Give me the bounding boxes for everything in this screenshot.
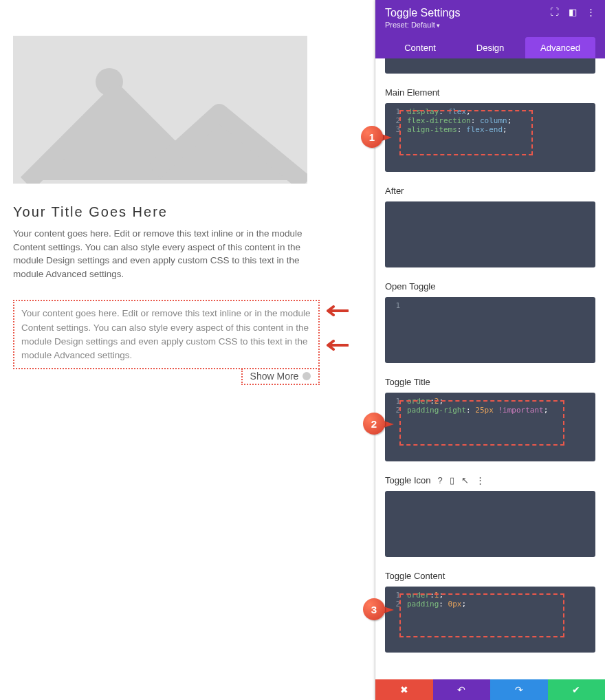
settings-sidebar: Toggle Settings Preset: Default ⛶ ◧ ⋮ Co…	[375, 0, 605, 700]
preview-title: Your Title Goes Here	[13, 204, 318, 220]
footer-buttons: ✖ ↶ ↷ ✔	[375, 679, 605, 700]
cancel-button[interactable]: ✖	[375, 679, 433, 700]
arrow-to-content	[324, 305, 349, 316]
sidebar-title: Toggle Settings	[385, 7, 460, 19]
code-box-prev[interactable]	[385, 58, 595, 74]
callout-3: 3	[363, 598, 397, 620]
code-toggle-icon[interactable]	[385, 491, 595, 557]
preset-dropdown[interactable]: Preset: Default	[385, 21, 460, 29]
code-open-toggle[interactable]: 1	[385, 297, 595, 363]
preview-body: Your content goes here. Edit or remove t…	[13, 227, 309, 281]
code-toggle-title[interactable]: 1order:2;2padding-right: 25px !important…	[385, 393, 595, 461]
callout-2: 2	[363, 413, 397, 435]
callout-1: 1	[361, 126, 395, 148]
tab-advanced[interactable]: Advanced	[525, 37, 595, 58]
toggle-content-highlight: Your content goes here. Edit or remove t…	[13, 300, 320, 369]
tab-design[interactable]: Design	[455, 37, 525, 58]
phone-icon[interactable]: ▯	[450, 475, 454, 485]
tab-content[interactable]: Content	[385, 37, 455, 58]
sidebar-header: Toggle Settings Preset: Default ⛶ ◧ ⋮ Co…	[375, 0, 605, 58]
code-main-element[interactable]: 1display: flex;2flex-direction: column;3…	[385, 103, 595, 172]
label-main-element: Main Element	[385, 87, 595, 98]
sidebar-tabs: Content Design Advanced	[385, 37, 595, 58]
arrow-to-button	[324, 340, 349, 351]
toggle-title-highlight[interactable]: Show More	[241, 369, 320, 385]
save-button[interactable]: ✔	[548, 679, 606, 700]
image-placeholder	[13, 36, 307, 184]
label-toggle-icon-text: Toggle Icon	[385, 475, 431, 485]
label-open-toggle: Open Toggle	[385, 281, 595, 292]
toggle-icon-dot	[302, 372, 311, 380]
preview-column: Your Title Goes Here Your content goes h…	[13, 36, 318, 385]
code-toggle-content[interactable]: 1order:1;2padding: 0px;	[385, 587, 595, 653]
undo-button[interactable]: ↶	[433, 679, 491, 700]
toggle-button-label: Show More	[250, 371, 299, 382]
code-after[interactable]	[385, 201, 595, 267]
label-after: After	[385, 186, 595, 196]
dock-icon[interactable]: ◧	[569, 7, 577, 17]
toggle-content-text: Your content goes here. Edit or remove t…	[21, 307, 311, 362]
label-toggle-icon: Toggle Icon ? ▯ ↖ ⋮	[385, 475, 595, 485]
hover-icon[interactable]: ↖	[461, 475, 469, 485]
label-toggle-title: Toggle Title	[385, 377, 595, 387]
label-toggle-content: Toggle Content	[385, 571, 595, 581]
expand-icon[interactable]: ⛶	[550, 7, 559, 17]
more-icon[interactable]: ⋮	[586, 7, 595, 17]
help-icon[interactable]: ?	[438, 475, 443, 485]
redo-button[interactable]: ↷	[490, 679, 548, 700]
sidebar-panel[interactable]: Main Element 1display: flex;2flex-direct…	[375, 58, 605, 679]
more-options-icon[interactable]: ⋮	[476, 475, 485, 485]
